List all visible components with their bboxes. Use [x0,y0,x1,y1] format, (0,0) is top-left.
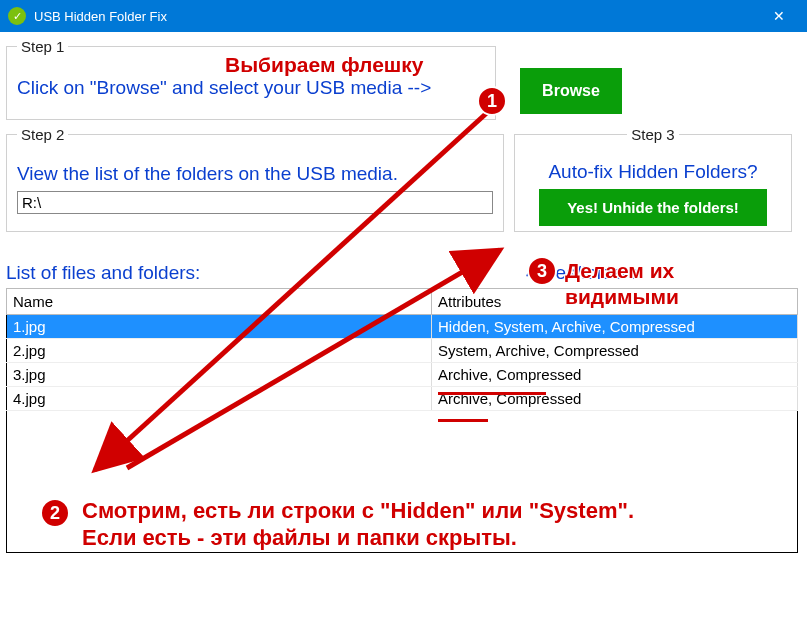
step1-legend: Step 1 [17,38,68,55]
path-input[interactable] [17,191,493,214]
titlebar: ✓ USB Hidden Folder Fix ✕ [0,0,807,32]
cell-attributes: Archive, Compressed [432,387,798,411]
cell-attributes: System, Archive, Compressed [432,339,798,363]
table-row[interactable]: 1.jpg Hidden, System, Archive, Compresse… [7,315,798,339]
browse-area: Browse [506,38,636,120]
col-attributes[interactable]: Attributes [432,289,798,315]
col-name[interactable]: Name [7,289,432,315]
step3-group: Step 3 Auto-fix Hidden Folders? Yes! Unh… [514,126,792,232]
step1-group: Step 1 Click on "Browse" and select your… [6,38,496,120]
app-icon: ✓ [8,7,26,25]
file-count-label: 4 files/folders [526,262,638,284]
step3-legend: Step 3 [627,126,678,143]
step2-instruction: View the list of the folders on the USB … [17,163,493,185]
window-title: USB Hidden Folder Fix [34,9,759,24]
cell-name: 3.jpg [7,363,432,387]
close-icon[interactable]: ✕ [759,0,799,32]
files-table: Name Attributes 1.jpg Hidden, System, Ar… [6,288,798,411]
table-row[interactable]: 3.jpg Archive, Compressed [7,363,798,387]
unhide-button[interactable]: Yes! Unhide the folders! [539,189,767,226]
browse-button[interactable]: Browse [520,68,622,114]
cell-name: 2.jpg [7,339,432,363]
step1-instruction: Click on "Browse" and select your USB me… [17,77,485,99]
table-row[interactable]: 2.jpg System, Archive, Compressed [7,339,798,363]
table-empty-area [6,411,798,553]
table-row[interactable]: 4.jpg Archive, Compressed [7,387,798,411]
step2-group: Step 2 View the list of the folders on t… [6,126,504,232]
cell-name: 4.jpg [7,387,432,411]
cell-name: 1.jpg [7,315,432,339]
cell-attributes: Hidden, System, Archive, Compressed [432,315,798,339]
list-label: List of files and folders: [6,262,526,284]
step2-legend: Step 2 [17,126,68,143]
cell-attributes: Archive, Compressed [432,363,798,387]
step3-question: Auto-fix Hidden Folders? [525,161,781,183]
